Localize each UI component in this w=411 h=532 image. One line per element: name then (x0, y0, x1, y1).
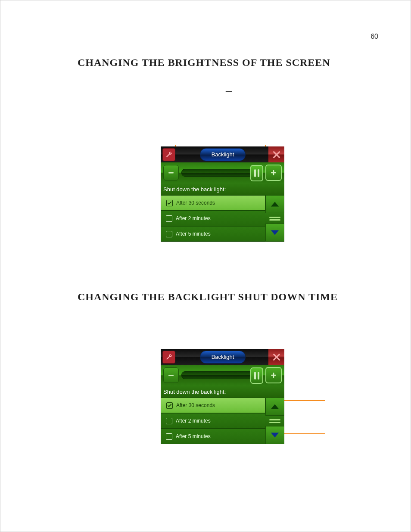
scroll-up-button[interactable] (265, 195, 284, 213)
shutdown-label-text: Shut down the back light: (163, 389, 226, 395)
option-after-30s[interactable]: After 30 seconds (161, 398, 265, 413)
option-after-5m[interactable]: After 5 minutes (161, 429, 265, 444)
wrench-icon (165, 151, 173, 159)
titlebar: Backlight (161, 349, 284, 365)
checkbox-icon (166, 418, 172, 424)
title-text: Backlight (212, 354, 234, 360)
close-button[interactable] (268, 146, 284, 162)
option-label: After 30 seconds (176, 200, 215, 206)
triangle-up-icon (270, 404, 280, 410)
option-after-30s[interactable]: After 30 seconds (161, 195, 265, 211)
scroll-up-button[interactable] (265, 398, 284, 416)
options-row: After 30 seconds After 2 minutes After 5… (161, 398, 284, 444)
option-label: After 2 minutes (176, 418, 211, 424)
shutdown-section-label: Shut down the back light: (161, 386, 284, 398)
options-list: After 30 seconds After 2 minutes After 5… (161, 195, 265, 242)
app-icon[interactable] (162, 351, 175, 364)
plus-icon (270, 169, 277, 177)
option-label: After 2 minutes (176, 215, 211, 221)
brightness-decrease-button[interactable] (163, 165, 179, 180)
heading-brightness: CHANGING THE BRIGHTNESS OF THE SCREEN (78, 57, 330, 68)
option-after-5m[interactable]: After 5 minutes (161, 226, 265, 242)
svg-rect-5 (271, 375, 276, 376)
page-number: 60 (371, 33, 378, 40)
scroll-grip-icon (265, 416, 284, 426)
title-tab: Backlight (200, 351, 246, 364)
brightness-thumb[interactable] (250, 367, 263, 384)
page-inner-border: 60 CHANGING THE BRIGHTNESS OF THE SCREEN… (17, 17, 394, 515)
scroll-down-button[interactable] (265, 224, 284, 242)
triangle-up-icon (270, 201, 280, 207)
title-text: Backlight (212, 151, 234, 158)
titlebar: Backlight (161, 146, 284, 162)
shutdown-section-label: Shut down the back light: (161, 183, 284, 195)
minus-icon (167, 371, 175, 379)
checkbox-icon (166, 215, 172, 222)
annotation-line (282, 400, 325, 401)
triangle-down-icon (270, 432, 280, 438)
brightness-increase-button[interactable] (265, 165, 282, 181)
brightness-slider-row (161, 162, 284, 183)
plus-icon (270, 371, 277, 379)
svg-rect-2 (271, 172, 276, 174)
options-list: After 30 seconds After 2 minutes After 5… (161, 398, 265, 444)
app-icon[interactable] (162, 148, 175, 161)
option-label: After 30 seconds (176, 402, 215, 408)
backlight-panel: Backlight (161, 146, 284, 241)
close-button[interactable] (268, 349, 284, 365)
title-tab-wrap: Backlight (177, 148, 268, 161)
title-tab-wrap: Backlight (177, 351, 268, 364)
scroll-column (265, 195, 284, 242)
brightness-increase-button[interactable] (265, 367, 282, 383)
minus-icon (167, 169, 175, 177)
checkbox-icon (166, 402, 173, 409)
brightness-slider-row (161, 365, 284, 386)
scroll-down-button[interactable] (265, 426, 284, 444)
wrench-icon (165, 353, 173, 361)
title-tab: Backlight (200, 148, 246, 161)
option-after-2m[interactable]: After 2 minutes (161, 211, 265, 226)
dash-decorative: – (226, 84, 232, 97)
page: 60 CHANGING THE BRIGHTNESS OF THE SCREEN… (0, 0, 411, 532)
brightness-thumb[interactable] (250, 165, 263, 181)
checkbox-icon (166, 200, 173, 206)
option-label: After 5 minutes (176, 433, 211, 439)
close-icon (272, 150, 281, 159)
heading-shutdown: CHANGING THE BACKLIGHT SHUT DOWN TIME (78, 291, 338, 303)
scroll-column (265, 398, 284, 444)
backlight-panel: Backlight (161, 349, 284, 444)
option-label: After 5 minutes (176, 231, 211, 237)
options-row: After 30 seconds After 2 minutes After 5… (161, 195, 284, 242)
svg-rect-3 (168, 375, 174, 376)
shutdown-label-text: Shut down the back light: (163, 186, 226, 193)
brightness-decrease-button[interactable] (163, 367, 179, 383)
option-after-2m[interactable]: After 2 minutes (161, 413, 265, 429)
triangle-down-icon (270, 230, 280, 236)
brightness-track[interactable] (181, 371, 263, 379)
svg-rect-0 (168, 172, 174, 174)
checkbox-icon (166, 433, 172, 440)
annotation-line (282, 433, 325, 434)
brightness-track[interactable] (181, 169, 263, 177)
close-icon (272, 352, 281, 362)
checkbox-icon (166, 231, 172, 237)
scroll-grip-icon (265, 213, 284, 224)
